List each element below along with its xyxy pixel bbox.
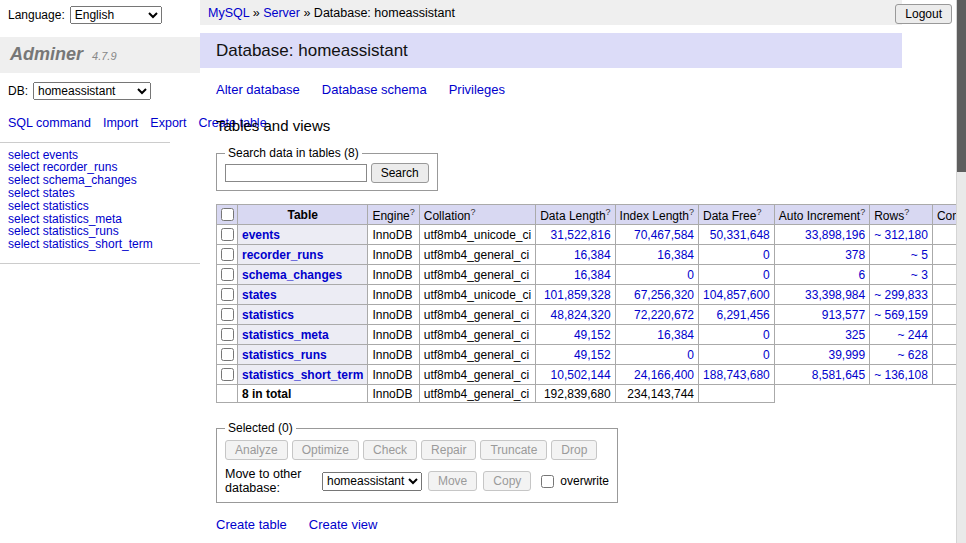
col-header-engine: Engine? (368, 205, 419, 225)
table-row: statisticsInnoDButf8mb4_general_ci48,824… (217, 305, 966, 325)
language-label: Language: (8, 8, 65, 22)
row-check-cell (217, 345, 238, 365)
logout-button[interactable]: Logout (895, 4, 952, 24)
help-icon[interactable]: ? (689, 207, 694, 217)
page-title: Database: homeassistant (200, 33, 902, 68)
cell-index-length: 24,166,400 (615, 365, 698, 385)
row-checkbox-statistics[interactable] (221, 308, 234, 321)
row-checkbox-statistics-short-term[interactable] (221, 368, 234, 381)
total-engine: InnoDB (368, 385, 419, 403)
overwrite-option: overwrite (537, 472, 609, 491)
table-row: eventsInnoDButf8mb4_unicode_ci31,522,816… (217, 225, 966, 245)
table-link-events[interactable]: events (242, 228, 280, 242)
create-view-link[interactable]: Create view (309, 517, 378, 532)
help-icon[interactable]: ? (606, 207, 611, 217)
total-collation: utf8mb4_general_ci (419, 385, 535, 403)
row-checkbox-statistics-runs[interactable] (221, 348, 234, 361)
db-select[interactable]: homeassistant (33, 82, 151, 100)
cell-table-name: recorder_runs (238, 245, 368, 265)
cell-auto-increment: 8,581,645 (774, 365, 869, 385)
breadcrumb-link-server[interactable]: Server (263, 6, 300, 20)
table-link-statistics-short-term[interactable]: statistics_short_term (242, 368, 363, 382)
cell-index-length: 67,256,320 (615, 285, 698, 305)
search-button[interactable]: Search (371, 163, 429, 183)
row-checkbox-events[interactable] (221, 228, 234, 241)
breadcrumb-link-mysql[interactable]: MySQL (208, 6, 249, 20)
help-icon[interactable]: ? (860, 207, 865, 217)
total-row: 8 in totalInnoDButf8mb4_general_ci192,83… (217, 385, 966, 403)
row-checkbox-schema-changes[interactable] (221, 268, 234, 281)
table-row: statistics_metaInnoDButf8mb4_general_ci4… (217, 325, 966, 345)
row-check-cell (217, 285, 238, 305)
cell-table-name: statistics_meta (238, 325, 368, 345)
repair-button[interactable]: Repair (421, 440, 476, 460)
check-button[interactable]: Check (363, 440, 417, 460)
cell-collation: utf8mb4_general_ci (419, 365, 535, 385)
cell-index-length: 72,220,672 (615, 305, 698, 325)
overwrite-checkbox[interactable] (541, 475, 554, 488)
analyze-button[interactable]: Analyze (225, 440, 288, 460)
vertical-scrollbar[interactable] (956, 0, 966, 543)
search-fieldset: Search data in tables (8) Search (216, 146, 438, 191)
cell-auto-increment: 33,898,196 (774, 225, 869, 245)
cell-rows: ~ 299,833 (870, 285, 933, 305)
table-list-item: select statistics_short_term (8, 238, 192, 251)
row-checkbox-statistics-meta[interactable] (221, 328, 234, 341)
help-icon[interactable]: ? (904, 207, 909, 217)
sidebar-link-sql-command[interactable]: SQL command (8, 116, 91, 130)
table-link-schema-changes[interactable]: schema_changes (242, 268, 342, 282)
select-all-checkbox[interactable] (221, 208, 234, 221)
main-content: Logout MySQL » Server » Database: homeas… (200, 0, 902, 543)
sidebar-select-statistics-short-term[interactable]: select statistics_short_term (8, 237, 153, 251)
cell-data-free: 0 (699, 345, 775, 365)
sidebar-link-export[interactable]: Export (150, 116, 186, 130)
database-schema-link[interactable]: Database schema (322, 82, 427, 97)
table-row: recorder_runsInnoDButf8mb4_general_ci16,… (217, 245, 966, 265)
scrollbar-thumb[interactable] (957, 0, 966, 172)
table-operations: AnalyzeOptimizeCheckRepairTruncateDrop (225, 440, 609, 460)
help-icon[interactable]: ? (470, 207, 475, 217)
cell-data-free: 50,331,648 (699, 225, 775, 245)
optimize-button[interactable]: Optimize (292, 440, 359, 460)
cell-engine: InnoDB (368, 225, 419, 245)
copy-button[interactable]: Copy (483, 471, 531, 491)
cell-data-length: 49,152 (536, 325, 615, 345)
create-table-link[interactable]: Create table (216, 517, 287, 532)
sidebar-link-import[interactable]: Import (103, 116, 138, 130)
table-link-statistics-runs[interactable]: statistics_runs (242, 348, 327, 362)
selected-legend: Selected (0) (225, 421, 296, 435)
row-checkbox-recorder-runs[interactable] (221, 248, 234, 261)
move-db-select[interactable]: homeassistant (322, 472, 422, 491)
cell-rows: ~ 312,180 (870, 225, 933, 245)
row-check-cell (217, 245, 238, 265)
cell-collation: utf8mb4_general_ci (419, 325, 535, 345)
truncate-button[interactable]: Truncate (480, 440, 547, 460)
search-input[interactable] (225, 164, 367, 182)
table-link-recorder-runs[interactable]: recorder_runs (242, 248, 323, 262)
cell-table-name: events (238, 225, 368, 245)
cell-index-length: 16,384 (615, 245, 698, 265)
table-link-statistics-meta[interactable]: statistics_meta (242, 328, 329, 342)
table-row: schema_changesInnoDButf8mb4_general_ci16… (217, 265, 966, 285)
col-header-auto-increment: Auto Increment? (774, 205, 869, 225)
tables-table: TableEngine?Collation?Data Length?Index … (216, 204, 966, 403)
selected-fieldset: Selected (0) AnalyzeOptimizeCheckRepairT… (216, 421, 618, 503)
help-icon[interactable]: ? (410, 207, 415, 217)
logo-name: Adminer (10, 44, 83, 64)
help-icon[interactable]: ? (756, 207, 761, 217)
drop-button[interactable]: Drop (551, 440, 597, 460)
alter-database-link[interactable]: Alter database (216, 82, 300, 97)
cell-auto-increment: 913,577 (774, 305, 869, 325)
table-link-states[interactable]: states (242, 288, 277, 302)
table-link-statistics[interactable]: statistics (242, 308, 294, 322)
language-select[interactable]: English (70, 6, 162, 24)
cell-data-length: 16,384 (536, 245, 615, 265)
cell-engine: InnoDB (368, 345, 419, 365)
move-label: Move to other database: (225, 467, 316, 495)
move-button[interactable]: Move (428, 471, 477, 491)
privileges-link[interactable]: Privileges (449, 82, 505, 97)
col-header-collation: Collation? (419, 205, 535, 225)
cell-data-length: 31,522,816 (536, 225, 615, 245)
row-checkbox-states[interactable] (221, 288, 234, 301)
cell-table-name: statistics_runs (238, 345, 368, 365)
